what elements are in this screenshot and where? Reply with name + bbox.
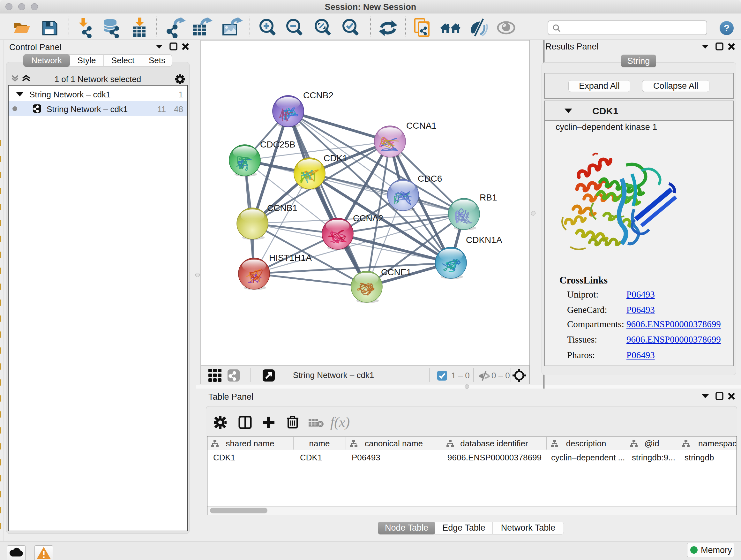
svg-text:CDC6: CDC6 <box>418 174 442 184</box>
svg-text:HIST1H1A: HIST1H1A <box>269 253 312 263</box>
svg-text:CCNA2: CCNA2 <box>353 213 383 223</box>
svg-text:CCNB1: CCNB1 <box>267 203 297 213</box>
svg-text:CCNE1: CCNE1 <box>381 267 411 277</box>
svg-text:CDK1: CDK1 <box>324 153 347 163</box>
svg-text:CDKN1A: CDKN1A <box>466 235 502 245</box>
svg-text:CDC25B: CDC25B <box>260 139 295 149</box>
svg-text:RB1: RB1 <box>480 192 497 202</box>
svg-text:CCNB2: CCNB2 <box>303 90 333 100</box>
svg-text:CCNA1: CCNA1 <box>406 121 436 131</box>
